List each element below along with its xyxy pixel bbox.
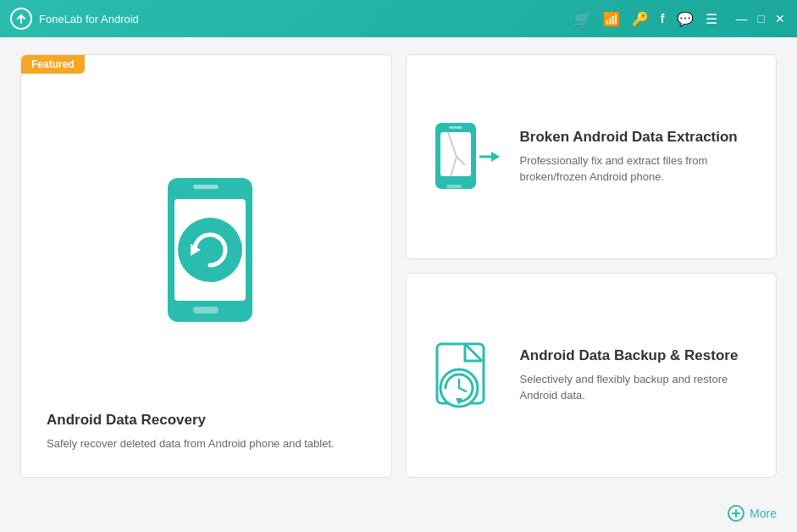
more-button[interactable]: More <box>728 505 777 522</box>
featured-badge: Featured <box>21 55 85 74</box>
recovery-icon-area <box>47 80 366 412</box>
title-bar-right: 🛒 📶 🔑 f 💬 ☰ — □ ✕ <box>574 11 787 27</box>
close-button[interactable]: ✕ <box>773 12 787 25</box>
svg-point-5 <box>178 218 242 282</box>
svg-rect-15 <box>446 185 462 188</box>
maximize-button[interactable]: □ <box>756 12 767 25</box>
wifi-icon[interactable]: 📶 <box>603 11 620 27</box>
recovery-card-body: Android Data Recovery Safely recover del… <box>47 412 366 452</box>
menu-icon[interactable]: ☰ <box>706 11 717 27</box>
main-content: Featured Android Data Recovery Safely re… <box>0 37 797 495</box>
app-logo-icon <box>10 8 32 30</box>
broken-card-title: Broken Android Data Extraction <box>520 129 756 146</box>
backup-restore-card[interactable]: Android Data Backup & Restore Selectivel… <box>406 273 778 478</box>
svg-marker-14 <box>491 152 500 162</box>
android-data-recovery-card[interactable]: Featured Android Data Recovery Safely re… <box>20 54 392 478</box>
bottom-bar: More <box>0 495 797 532</box>
window-controls: — □ ✕ <box>734 12 787 25</box>
app-title: FoneLab for Android <box>39 13 139 25</box>
broken-card-body: Broken Android Data Extraction Professio… <box>520 129 756 186</box>
more-circle-icon <box>728 505 744 522</box>
svg-rect-3 <box>193 185 219 189</box>
backup-icon-area <box>427 337 503 413</box>
title-bar-left: FoneLab for Android <box>10 8 139 30</box>
recovery-card-title: Android Data Recovery <box>47 412 366 429</box>
backup-card-title: Android Data Backup & Restore <box>520 347 756 364</box>
key-icon[interactable]: 🔑 <box>632 11 649 27</box>
recovery-card-desc: Safely recover deleted data from Android… <box>47 435 366 452</box>
more-label: More <box>750 507 777 520</box>
svg-rect-12 <box>449 126 462 129</box>
cart-icon[interactable]: 🛒 <box>574 11 591 27</box>
broken-phone-icon <box>427 119 503 195</box>
chat-icon[interactable]: 💬 <box>677 11 694 27</box>
backup-card-desc: Selectively and flexibly backup and rest… <box>520 371 756 404</box>
broken-extraction-card[interactable]: Broken Android Data Extraction Professio… <box>406 54 778 259</box>
recovery-illustration <box>121 152 291 339</box>
broken-icon-area <box>427 119 503 195</box>
title-bar: FoneLab for Android 🛒 📶 🔑 f 💬 ☰ — □ ✕ <box>0 0 797 37</box>
broken-card-desc: Professionally fix and extract files fro… <box>520 152 756 186</box>
backup-icon <box>427 337 503 413</box>
svg-rect-4 <box>193 307 219 313</box>
facebook-icon[interactable]: f <box>661 12 665 25</box>
backup-card-body: Android Data Backup & Restore Selectivel… <box>520 347 756 404</box>
minimize-button[interactable]: — <box>734 12 750 25</box>
